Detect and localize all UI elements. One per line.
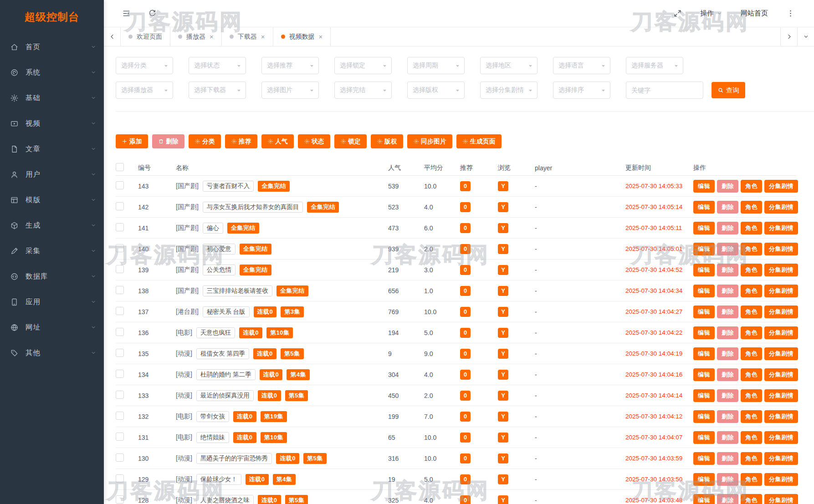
row-delete-button[interactable]: 删除 (717, 326, 738, 339)
sidebar-item-site[interactable]: 网址 (0, 315, 104, 340)
row-delete-button[interactable]: 删除 (717, 264, 738, 276)
row-role-button[interactable]: 角色 (741, 389, 762, 402)
select-all-checkbox[interactable] (116, 163, 124, 171)
row-delete-button[interactable]: 删除 (717, 243, 738, 255)
collapse-menu-icon[interactable] (122, 9, 131, 18)
tabs-scroll-right-button[interactable] (780, 27, 797, 46)
toolbar-generate-page-button[interactable]: 生成页面 (456, 134, 502, 148)
row-edit-button[interactable]: 编辑 (693, 285, 715, 297)
toolbar-popularity-button[interactable]: 人气 (261, 134, 294, 148)
filter-select-server[interactable]: 选择服务器 (626, 57, 683, 74)
row-role-button[interactable]: 角色 (741, 243, 762, 255)
search-button[interactable]: 查询 (712, 82, 745, 98)
sidebar-item-article[interactable]: 文章 (0, 136, 104, 162)
row-delete-button[interactable]: 删除 (717, 180, 738, 193)
toolbar-category-button[interactable]: 分类 (189, 134, 221, 148)
row-edit-button[interactable]: 编辑 (693, 347, 715, 360)
refresh-icon[interactable] (148, 9, 157, 18)
row-role-button[interactable]: 角色 (741, 305, 762, 318)
sidebar-item-database[interactable]: 数据库 (0, 264, 104, 289)
row-episodes-button[interactable]: 分集剧情 (764, 222, 798, 234)
row-edit-button[interactable]: 编辑 (693, 326, 715, 339)
row-delete-button[interactable]: 删除 (717, 285, 738, 297)
row-delete-button[interactable]: 删除 (717, 431, 738, 444)
row-role-button[interactable]: 角色 (741, 410, 762, 423)
filter-select-episode-plot[interactable]: 选择分集剧情 (480, 81, 538, 99)
row-episodes-button[interactable]: 分集剧情 (764, 431, 798, 444)
row-edit-button[interactable]: 编辑 (693, 431, 715, 444)
row-role-button[interactable]: 角色 (741, 264, 762, 276)
row-episodes-button[interactable]: 分集剧情 (764, 264, 798, 276)
row-edit-button[interactable]: 编辑 (693, 494, 715, 504)
row-checkbox[interactable] (116, 453, 124, 462)
row-delete-button[interactable]: 删除 (717, 305, 738, 318)
sidebar-item-video[interactable]: 视频 (0, 111, 104, 136)
toolbar-lock-button[interactable]: 锁定 (334, 134, 367, 148)
row-episodes-button[interactable]: 分集剧情 (764, 452, 798, 465)
toolbar-add-button[interactable]: 添加 (116, 134, 148, 148)
row-delete-button[interactable]: 删除 (717, 389, 738, 402)
filter-select-region[interactable]: 选择地区 (480, 57, 538, 74)
row-checkbox[interactable] (116, 307, 124, 315)
row-role-button[interactable]: 角色 (741, 494, 762, 504)
row-episodes-button[interactable]: 分集剧情 (764, 347, 798, 360)
filter-select-status[interactable]: 选择状态 (189, 57, 246, 74)
toolbar-status-button[interactable]: 状态 (298, 134, 330, 148)
filter-select-image[interactable]: 选择图片 (261, 81, 319, 99)
row-delete-button[interactable]: 删除 (717, 347, 738, 360)
row-checkbox[interactable] (116, 181, 124, 189)
row-role-button[interactable]: 角色 (741, 368, 762, 381)
row-episodes-button[interactable]: 分集剧情 (764, 473, 798, 486)
tab-video-data[interactable]: 视频数据× (273, 27, 331, 46)
row-edit-button[interactable]: 编辑 (693, 201, 715, 214)
row-episodes-button[interactable]: 分集剧情 (764, 368, 798, 381)
sidebar-item-system[interactable]: 系统 (0, 60, 104, 85)
filter-select-recommend[interactable]: 选择推荐 (261, 57, 319, 74)
row-role-button[interactable]: 角色 (741, 347, 762, 360)
row-episodes-button[interactable]: 分集剧情 (764, 285, 798, 297)
toolbar-delete-button[interactable]: 删除 (152, 134, 184, 148)
tabs-scroll-left-button[interactable] (104, 27, 121, 46)
row-edit-button[interactable]: 编辑 (693, 243, 715, 255)
row-episodes-button[interactable]: 分集剧情 (764, 243, 798, 255)
row-delete-button[interactable]: 删除 (717, 473, 738, 486)
row-checkbox[interactable] (116, 328, 124, 336)
row-checkbox[interactable] (116, 370, 124, 378)
row-checkbox[interactable] (116, 349, 124, 357)
row-edit-button[interactable]: 编辑 (693, 305, 715, 318)
row-episodes-button[interactable]: 分集剧情 (764, 410, 798, 423)
filter-select-downloader[interactable]: 选择下载器 (189, 81, 246, 99)
row-edit-button[interactable]: 编辑 (693, 222, 715, 234)
row-episodes-button[interactable]: 分集剧情 (764, 494, 798, 504)
row-role-button[interactable]: 角色 (741, 222, 762, 234)
keyword-input[interactable] (626, 81, 703, 99)
row-checkbox[interactable] (116, 391, 124, 399)
row-delete-button[interactable]: 删除 (717, 201, 738, 214)
row-role-button[interactable]: 角色 (741, 285, 762, 297)
row-checkbox[interactable] (116, 265, 124, 273)
fullscreen-icon[interactable] (673, 9, 682, 18)
row-checkbox[interactable] (116, 223, 124, 231)
toolbar-sync-images-button[interactable]: 同步图片 (407, 134, 452, 148)
toolbar-copyright-button[interactable]: 版权 (371, 134, 403, 148)
row-checkbox[interactable] (116, 202, 124, 210)
row-role-button[interactable]: 角色 (741, 180, 762, 193)
tabs-menu-button[interactable] (797, 27, 814, 46)
filter-select-cycle[interactable]: 选择周期 (407, 57, 465, 74)
site-home-link[interactable]: 网站首页 (741, 9, 768, 18)
row-edit-button[interactable]: 编辑 (693, 180, 715, 193)
row-checkbox[interactable] (116, 244, 124, 252)
more-vertical-icon[interactable] (786, 9, 795, 18)
row-edit-button[interactable]: 编辑 (693, 410, 715, 423)
row-delete-button[interactable]: 删除 (717, 452, 738, 465)
tab-player[interactable]: 播放器× (170, 27, 222, 46)
sidebar-item-home[interactable]: 首页 (0, 34, 104, 60)
filter-select-sort[interactable]: 选择排序 (553, 81, 610, 99)
filter-select-finished[interactable]: 选择完结 (334, 81, 392, 99)
row-checkbox[interactable] (116, 433, 124, 441)
filter-select-copyright[interactable]: 选择版权 (407, 81, 465, 99)
row-episodes-button[interactable]: 分集剧情 (764, 326, 798, 339)
sidebar-item-app[interactable]: 应用 (0, 289, 104, 315)
row-role-button[interactable]: 角色 (741, 326, 762, 339)
sidebar-item-other[interactable]: 其他 (0, 340, 104, 366)
